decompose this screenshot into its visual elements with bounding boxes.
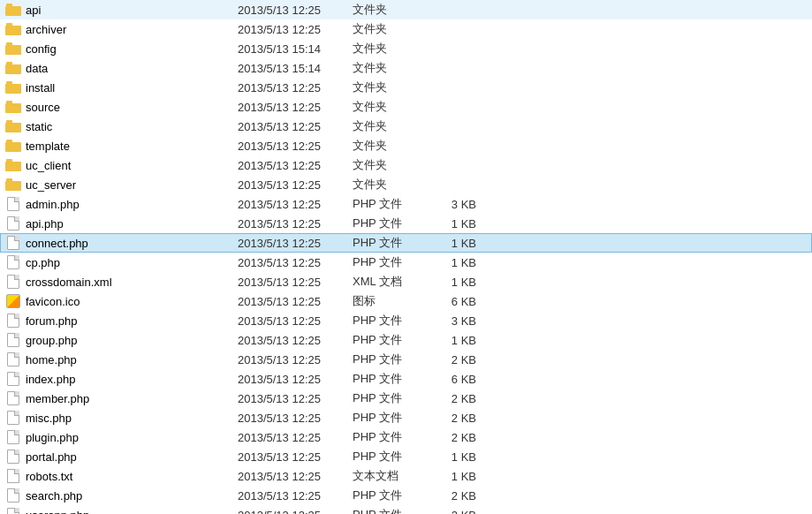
file-date: 2013/5/13 12:25: [238, 4, 353, 17]
table-row[interactable]: favicon.ico2013/5/13 12:25图标6 KB: [0, 291, 812, 311]
table-row[interactable]: plugin.php2013/5/13 12:25PHP 文件2 KB: [0, 427, 812, 447]
folder-icon: [5, 81, 21, 94]
folder-icon: [5, 120, 21, 132]
file-type: 文本文档: [353, 468, 423, 484]
folder-icon: [5, 140, 21, 152]
table-row[interactable]: crossdomain.xml2013/5/13 12:25XML 文档1 KB: [0, 272, 812, 291]
txt-file-icon: [7, 469, 19, 483]
php-file-icon: [7, 197, 19, 211]
file-type: PHP 文件: [353, 332, 423, 348]
table-row[interactable]: connect.php2013/5/13 12:25PHP 文件1 KB: [0, 233, 812, 253]
file-name: favicon.ico: [26, 295, 238, 308]
table-row[interactable]: template2013/5/13 12:25文件夹: [0, 136, 812, 155]
table-row[interactable]: uc_client2013/5/13 12:25文件夹: [0, 155, 812, 175]
file-date: 2013/5/13 12:25: [238, 314, 353, 328]
file-name: api.php: [26, 217, 238, 231]
file-date: 2013/5/13 12:25: [238, 509, 353, 515]
file-date: 2013/5/13 12:25: [238, 101, 353, 114]
table-row[interactable]: group.php2013/5/13 12:25PHP 文件1 KB: [0, 330, 812, 350]
table-row[interactable]: source2013/5/13 12:25文件夹: [0, 97, 812, 117]
file-name: connect.php: [26, 237, 238, 250]
file-date: 2013/5/13 12:25: [238, 489, 353, 503]
file-date: 2013/5/13 12:25: [238, 295, 353, 308]
file-type: 文件夹: [353, 21, 423, 37]
file-size: 3 KB: [423, 198, 476, 211]
file-size: 2 KB: [423, 353, 476, 367]
file-type: PHP 文件: [353, 410, 423, 426]
php-file-icon: [7, 508, 19, 514]
file-date: 2013/5/13 12:25: [238, 373, 353, 386]
table-row[interactable]: home.php2013/5/13 12:25PHP 文件2 KB: [0, 350, 812, 369]
file-date: 2013/5/13 15:14: [238, 42, 353, 56]
file-date: 2013/5/13 12:25: [238, 198, 353, 211]
file-date: 2013/5/13 12:25: [238, 81, 353, 94]
file-type: PHP 文件: [353, 351, 423, 367]
file-name: config: [26, 42, 238, 56]
table-row[interactable]: static2013/5/13 12:25文件夹: [0, 117, 812, 136]
file-type: PHP 文件: [353, 196, 423, 212]
file-name: member.php: [26, 392, 238, 405]
file-name: plugin.php: [26, 431, 238, 444]
php-file-icon: [7, 391, 19, 405]
table-row[interactable]: archiver2013/5/13 12:25文件夹: [0, 19, 812, 39]
file-type: 文件夹: [353, 60, 423, 76]
file-type: PHP 文件: [353, 313, 423, 329]
file-size: 2 KB: [423, 431, 476, 444]
file-type: PHP 文件: [353, 371, 423, 387]
file-date: 2013/5/13 12:25: [238, 470, 353, 483]
file-date: 2013/5/13 12:25: [238, 392, 353, 405]
php-file-icon: [7, 314, 19, 328]
php-file-icon: [7, 372, 19, 386]
file-type: PHP 文件: [353, 488, 423, 503]
table-row[interactable]: search.php2013/5/13 12:25PHP 文件2 KB: [0, 486, 812, 505]
file-date: 2013/5/13 12:25: [238, 412, 353, 425]
file-date: 2013/5/13 12:25: [238, 120, 353, 133]
file-date: 2013/5/13 12:25: [238, 159, 353, 172]
table-row[interactable]: forum.php2013/5/13 12:25PHP 文件3 KB: [0, 311, 812, 330]
folder-icon: [5, 4, 21, 16]
file-name: userapp.php: [26, 509, 238, 515]
table-row[interactable]: api.php2013/5/13 12:25PHP 文件1 KB: [0, 214, 812, 233]
file-name: crossdomain.xml: [26, 276, 238, 289]
php-file-icon: [7, 488, 19, 503]
table-row[interactable]: install2013/5/13 12:25文件夹: [0, 78, 812, 97]
table-row[interactable]: admin.php2013/5/13 12:25PHP 文件3 KB: [0, 194, 812, 214]
table-row[interactable]: data2013/5/13 15:14文件夹: [0, 58, 812, 78]
php-file-icon: [7, 430, 19, 444]
table-row[interactable]: misc.php2013/5/13 12:25PHP 文件2 KB: [0, 408, 812, 427]
file-type: PHP 文件: [353, 429, 423, 445]
file-name: uc_server: [26, 178, 238, 192]
folder-icon: [5, 42, 21, 55]
table-row[interactable]: userapp.php2013/5/13 12:25PHP 文件2 KB: [0, 505, 812, 514]
file-type: 文件夹: [353, 79, 423, 95]
file-size: 2 KB: [423, 509, 476, 515]
file-name: source: [26, 101, 238, 114]
table-row[interactable]: uc_server2013/5/13 12:25文件夹: [0, 175, 812, 194]
table-row[interactable]: cp.php2013/5/13 12:25PHP 文件1 KB: [0, 253, 812, 272]
ico-file-icon: [6, 294, 20, 308]
file-date: 2013/5/13 12:25: [238, 334, 353, 347]
file-type: PHP 文件: [353, 507, 423, 514]
file-type: PHP 文件: [353, 390, 423, 406]
file-name: search.php: [26, 489, 238, 503]
php-file-icon: [7, 255, 19, 269]
file-name: home.php: [26, 353, 238, 367]
file-type: 文件夹: [353, 41, 423, 57]
folder-icon: [5, 159, 21, 171]
file-name: admin.php: [26, 198, 238, 211]
table-row[interactable]: robots.txt2013/5/13 12:25文本文档1 KB: [0, 466, 812, 486]
table-row[interactable]: member.php2013/5/13 12:25PHP 文件2 KB: [0, 389, 812, 408]
table-row[interactable]: index.php2013/5/13 12:25PHP 文件6 KB: [0, 369, 812, 389]
file-name: robots.txt: [26, 470, 238, 483]
file-type: PHP 文件: [353, 449, 423, 465]
file-type: 文件夹: [353, 177, 423, 193]
file-type: PHP 文件: [353, 254, 423, 270]
file-size: 1 KB: [423, 334, 476, 347]
file-size: 6 KB: [423, 295, 476, 308]
table-row[interactable]: api2013/5/13 12:25文件夹: [0, 0, 812, 19]
table-row[interactable]: config2013/5/13 15:14文件夹: [0, 39, 812, 58]
file-size: 1 KB: [423, 276, 476, 289]
file-size: 2 KB: [423, 489, 476, 503]
table-row[interactable]: portal.php2013/5/13 12:25PHP 文件1 KB: [0, 447, 812, 466]
file-size: 1 KB: [423, 217, 476, 231]
